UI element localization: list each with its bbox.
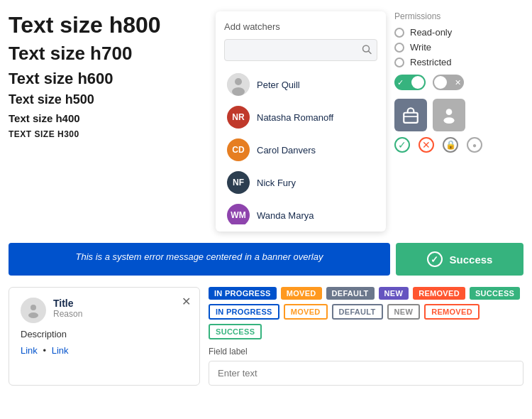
permissions-panel: Permissions Read-only Write Restricted ✓… <box>394 11 523 232</box>
user-item-nick[interactable]: NF Nick Fury <box>224 166 377 199</box>
user-item-wanda[interactable]: WM Wanda Marya <box>224 199 377 224</box>
toggle-off[interactable]: ✕ <box>433 75 464 90</box>
notification-separator: • <box>43 345 46 356</box>
radio-write <box>394 43 404 53</box>
text-h600: Text size h600 <box>9 70 207 88</box>
toggle-check-icon: ✓ <box>397 78 404 87</box>
status-circle-icon: ● <box>467 137 482 153</box>
user-item-carol[interactable]: CD Carol Danvers <box>224 134 377 166</box>
badge-new: NEW <box>379 287 409 300</box>
notification-header: Title Reason <box>21 298 188 323</box>
user-name-peterquill: Peter Quill <box>257 80 300 90</box>
text-h300: TEXT SIZE H300 <box>9 129 207 139</box>
success-label: Success <box>450 254 493 266</box>
badges-row-2: IN PROGRESSMOVEDDEFAULTNEWREMOVEDSUCCESS <box>209 304 523 339</box>
notification-content: Title Reason <box>53 298 188 319</box>
avatar-wanda: WM <box>227 204 250 224</box>
user-name-nick: Nick Fury <box>257 178 296 188</box>
permission-restricted[interactable]: Restricted <box>394 57 523 67</box>
badge-default: DEFAULT <box>326 287 375 300</box>
close-button[interactable]: ✕ <box>182 295 191 308</box>
svg-point-4 <box>232 87 245 96</box>
search-input[interactable] <box>224 39 377 61</box>
bottom-section: ✕ Title Reason Description Link • Link I… <box>0 281 532 394</box>
user-item-natasha[interactable]: NR Natasha Romanoff <box>224 101 377 134</box>
text-h400: Text size h400 <box>9 112 207 125</box>
toggle-on[interactable]: ✓ <box>394 75 426 90</box>
text-h700: Text size h700 <box>9 43 207 65</box>
banner-row: This is a system error message centered … <box>9 243 523 276</box>
svg-point-9 <box>31 305 36 310</box>
toggle-x-icon: ✕ <box>455 78 461 87</box>
success-check-icon: ✓ <box>427 251 443 267</box>
user-list-ul: Peter Quill NR Natasha Romanoff CD Carol… <box>224 68 377 224</box>
avatar-nick: NF <box>227 171 250 194</box>
user-list: Peter Quill NR Natasha Romanoff CD Carol… <box>224 68 377 224</box>
badges-row-1: IN PROGRESSMOVEDDEFAULTNEWREMOVEDSUCCESS <box>209 287 523 300</box>
text-sizes-panel: Text size h800 Text size h700 Text size … <box>9 11 207 232</box>
svg-point-10 <box>28 312 38 318</box>
avatar-icon-box[interactable] <box>433 99 465 131</box>
action-icons-row <box>394 99 523 131</box>
notification-avatar <box>21 298 46 323</box>
toggle-knob-off <box>434 76 447 89</box>
badges-section: IN PROGRESSMOVEDDEFAULTNEWREMOVEDSUCCESS… <box>209 287 523 386</box>
watchers-panel: Add watchers <box>216 11 386 232</box>
permission-restricted-label: Restricted <box>410 57 452 67</box>
user-item-peterquill[interactable]: Peter Quill <box>224 68 377 101</box>
notification-card: ✕ Title Reason Description Link • Link <box>9 287 200 386</box>
error-banner: This is a system error message centered … <box>9 243 390 276</box>
badge-moved: MOVED <box>281 287 322 300</box>
notification-link1[interactable]: Link <box>21 345 38 356</box>
badge-success-badge: SUCCESS <box>470 287 520 300</box>
toggle-knob-on <box>411 76 424 89</box>
svg-point-3 <box>235 78 242 85</box>
status-lock-icon: 🔒 <box>443 137 458 153</box>
svg-point-7 <box>446 109 453 115</box>
svg-line-1 <box>369 51 372 54</box>
svg-point-8 <box>443 117 454 124</box>
permission-write-label: Write <box>410 42 431 53</box>
radio-restricted <box>394 58 404 67</box>
permission-readonly-label: Read-only <box>410 27 452 38</box>
badge-moved-out: MOVED <box>284 304 328 320</box>
text-h800: Text size h800 <box>9 11 207 38</box>
badge-default-out: DEFAULT <box>332 304 383 320</box>
permission-readonly[interactable]: Read-only <box>394 27 523 38</box>
avatar-peterquill <box>227 73 250 96</box>
permission-write[interactable]: Write <box>394 42 523 53</box>
badge-removed: REMOVED <box>413 287 465 300</box>
watchers-title: Add watchers <box>224 21 377 32</box>
radio-readonly <box>394 28 404 38</box>
search-icon <box>362 44 372 56</box>
permissions-title: Permissions <box>394 11 523 21</box>
text-input[interactable] <box>209 361 523 386</box>
search-box <box>224 39 377 61</box>
text-h500: Text size h500 <box>9 92 207 108</box>
status-x-icon: ✕ <box>419 137 434 153</box>
badge-in-progress-out: IN PROGRESS <box>209 304 279 320</box>
badge-in-progress: IN PROGRESS <box>209 287 277 300</box>
status-check-icon: ✓ <box>394 137 410 153</box>
badge-new-out: NEW <box>387 304 421 320</box>
briefcase-icon-box[interactable] <box>394 99 427 131</box>
badge-removed-out: REMOVED <box>424 304 480 320</box>
notification-links: Link • Link <box>21 345 188 356</box>
success-banner: ✓ Success <box>396 243 523 276</box>
badge-success-out: SUCCESS <box>209 324 262 339</box>
avatar-carol: CD <box>227 138 250 161</box>
user-name-wanda: Wanda Marya <box>257 210 314 221</box>
top-section: Text size h800 Text size h700 Text size … <box>0 0 532 237</box>
field-label: Field label <box>209 347 523 357</box>
notification-reason: Reason <box>53 309 188 319</box>
user-name-natasha: Natasha Romanoff <box>257 112 333 123</box>
avatar-natasha: NR <box>227 106 250 129</box>
notification-link2[interactable]: Link <box>52 345 69 356</box>
notification-description: Description <box>21 329 188 339</box>
toggle-row: ✓ ✕ <box>394 75 523 90</box>
svg-rect-5 <box>404 113 418 123</box>
status-icons-row: ✓ ✕ 🔒 ● <box>394 137 523 153</box>
user-name-carol: Carol Danvers <box>257 145 316 156</box>
notification-title: Title <box>53 298 188 309</box>
